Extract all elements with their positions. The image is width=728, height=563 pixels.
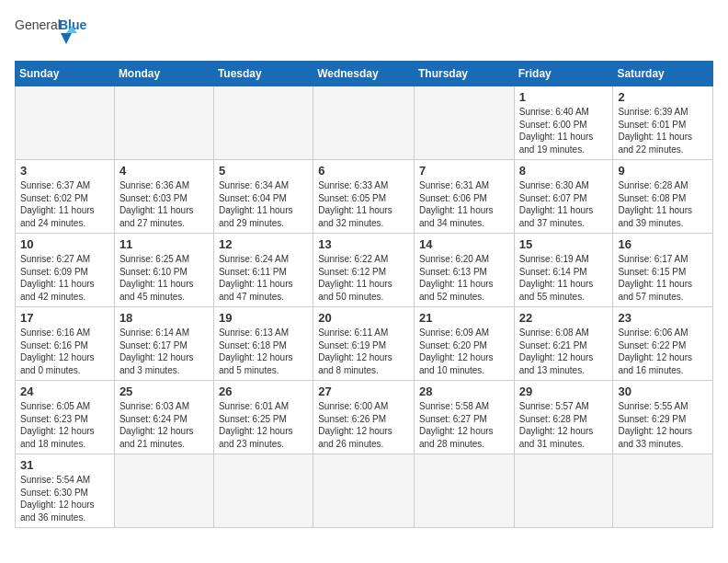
day-number: 28	[419, 385, 509, 398]
calendar-cell: 16Sunrise: 6:17 AM Sunset: 6:15 PM Dayli…	[613, 234, 713, 307]
calendar-cell: 26Sunrise: 6:01 AM Sunset: 6:25 PM Dayli…	[213, 381, 313, 454]
calendar-cell	[213, 86, 313, 160]
calendar-cell: 1Sunrise: 6:40 AM Sunset: 6:00 PM Daylig…	[514, 86, 613, 160]
calendar-cell: 17Sunrise: 6:16 AM Sunset: 6:16 PM Dayli…	[16, 307, 115, 381]
day-number: 29	[519, 385, 609, 398]
day-info: Sunrise: 6:19 AM Sunset: 6:14 PM Dayligh…	[519, 253, 609, 303]
day-info: Sunrise: 6:06 AM Sunset: 6:22 PM Dayligh…	[618, 327, 708, 376]
day-number: 12	[219, 237, 308, 251]
day-info: Sunrise: 6:34 AM Sunset: 6:04 PM Dayligh…	[219, 179, 308, 229]
calendar-week-row: 31Sunrise: 5:54 AM Sunset: 6:30 PM Dayli…	[16, 454, 713, 528]
weekday-header-wednesday: Wednesday	[313, 62, 415, 86]
day-info: Sunrise: 6:17 AM Sunset: 6:15 PM Dayligh…	[618, 253, 708, 303]
weekday-header-friday: Friday	[514, 62, 613, 86]
day-info: Sunrise: 6:09 AM Sunset: 6:20 PM Dayligh…	[419, 327, 509, 376]
day-info: Sunrise: 6:20 AM Sunset: 6:13 PM Dayligh…	[419, 253, 509, 303]
day-number: 24	[20, 385, 109, 398]
calendar-cell	[313, 454, 415, 528]
day-number: 11	[119, 237, 209, 251]
day-info: Sunrise: 6:05 AM Sunset: 6:23 PM Dayligh…	[20, 400, 109, 450]
calendar-cell: 11Sunrise: 6:25 AM Sunset: 6:10 PM Dayli…	[114, 234, 213, 307]
calendar-cell: 19Sunrise: 6:13 AM Sunset: 6:18 PM Dayli…	[213, 307, 313, 381]
day-number: 23	[618, 311, 708, 325]
day-info: Sunrise: 6:08 AM Sunset: 6:21 PM Dayligh…	[519, 327, 609, 376]
weekday-header-monday: Monday	[114, 62, 213, 86]
calendar-cell: 21Sunrise: 6:09 AM Sunset: 6:20 PM Dayli…	[414, 307, 514, 381]
day-number: 1	[519, 90, 609, 104]
calendar-cell: 22Sunrise: 6:08 AM Sunset: 6:21 PM Dayli…	[514, 307, 613, 381]
calendar-cell: 12Sunrise: 6:24 AM Sunset: 6:11 PM Dayli…	[213, 234, 313, 307]
day-number: 13	[318, 237, 409, 251]
day-info: Sunrise: 6:00 AM Sunset: 6:26 PM Dayligh…	[318, 400, 409, 450]
weekday-header-saturday: Saturday	[613, 62, 713, 86]
calendar-cell	[514, 454, 613, 528]
day-info: Sunrise: 5:55 AM Sunset: 6:29 PM Dayligh…	[618, 400, 708, 450]
calendar-cell: 7Sunrise: 6:31 AM Sunset: 6:06 PM Daylig…	[414, 160, 514, 234]
day-info: Sunrise: 6:11 AM Sunset: 6:19 PM Dayligh…	[318, 327, 409, 376]
day-number: 5	[219, 164, 308, 178]
day-number: 22	[519, 311, 609, 325]
day-number: 2	[618, 90, 708, 104]
calendar-cell	[414, 86, 514, 160]
day-number: 14	[419, 237, 509, 251]
calendar-cell: 28Sunrise: 5:58 AM Sunset: 6:27 PM Dayli…	[414, 381, 514, 454]
calendar-cell: 8Sunrise: 6:30 AM Sunset: 6:07 PM Daylig…	[514, 160, 613, 234]
calendar-cell: 6Sunrise: 6:33 AM Sunset: 6:05 PM Daylig…	[313, 160, 415, 234]
day-number: 19	[219, 311, 308, 325]
calendar-cell: 5Sunrise: 6:34 AM Sunset: 6:04 PM Daylig…	[213, 160, 313, 234]
day-info: Sunrise: 6:16 AM Sunset: 6:16 PM Dayligh…	[20, 327, 109, 376]
day-info: Sunrise: 6:33 AM Sunset: 6:05 PM Dayligh…	[318, 179, 409, 229]
day-info: Sunrise: 6:13 AM Sunset: 6:18 PM Dayligh…	[219, 327, 308, 376]
day-info: Sunrise: 6:36 AM Sunset: 6:03 PM Dayligh…	[119, 179, 209, 229]
calendar-cell	[114, 454, 213, 528]
day-info: Sunrise: 6:24 AM Sunset: 6:11 PM Dayligh…	[219, 253, 308, 303]
calendar-week-row: 17Sunrise: 6:16 AM Sunset: 6:16 PM Dayli…	[16, 307, 713, 381]
calendar-cell	[313, 86, 415, 160]
page-header: GeneralBlue	[15, 15, 713, 52]
weekday-header-tuesday: Tuesday	[213, 62, 313, 86]
day-info: Sunrise: 5:58 AM Sunset: 6:27 PM Dayligh…	[419, 400, 509, 450]
day-number: 3	[20, 164, 109, 178]
day-info: Sunrise: 6:14 AM Sunset: 6:17 PM Dayligh…	[119, 327, 209, 376]
calendar-cell: 4Sunrise: 6:36 AM Sunset: 6:03 PM Daylig…	[114, 160, 213, 234]
day-number: 21	[419, 311, 509, 325]
day-info: Sunrise: 6:39 AM Sunset: 6:01 PM Dayligh…	[618, 106, 708, 155]
day-info: Sunrise: 6:31 AM Sunset: 6:06 PM Dayligh…	[419, 179, 509, 229]
generalblue-logo: GeneralBlue	[15, 15, 97, 52]
day-number: 4	[119, 164, 209, 178]
day-number: 10	[20, 237, 109, 251]
day-number: 18	[119, 311, 209, 325]
calendar-week-row: 24Sunrise: 6:05 AM Sunset: 6:23 PM Dayli…	[16, 381, 713, 454]
svg-text:General: General	[15, 17, 61, 32]
calendar-cell: 13Sunrise: 6:22 AM Sunset: 6:12 PM Dayli…	[313, 234, 415, 307]
day-number: 16	[618, 237, 708, 251]
day-number: 7	[419, 164, 509, 178]
calendar-cell: 24Sunrise: 6:05 AM Sunset: 6:23 PM Dayli…	[16, 381, 115, 454]
calendar-table: SundayMondayTuesdayWednesdayThursdayFrid…	[15, 61, 713, 528]
calendar-week-row: 3Sunrise: 6:37 AM Sunset: 6:02 PM Daylig…	[16, 160, 713, 234]
calendar-cell: 2Sunrise: 6:39 AM Sunset: 6:01 PM Daylig…	[613, 86, 713, 160]
weekday-header-row: SundayMondayTuesdayWednesdayThursdayFrid…	[16, 62, 713, 86]
calendar-cell: 31Sunrise: 5:54 AM Sunset: 6:30 PM Dayli…	[16, 454, 115, 528]
calendar-cell	[613, 454, 713, 528]
day-info: Sunrise: 6:27 AM Sunset: 6:09 PM Dayligh…	[20, 253, 109, 303]
calendar-cell: 15Sunrise: 6:19 AM Sunset: 6:14 PM Dayli…	[514, 234, 613, 307]
day-number: 17	[20, 311, 109, 325]
day-number: 26	[219, 385, 308, 398]
calendar-cell: 9Sunrise: 6:28 AM Sunset: 6:08 PM Daylig…	[613, 160, 713, 234]
day-number: 30	[618, 385, 708, 398]
day-info: Sunrise: 5:54 AM Sunset: 6:30 PM Dayligh…	[20, 474, 109, 523]
calendar-cell: 10Sunrise: 6:27 AM Sunset: 6:09 PM Dayli…	[16, 234, 115, 307]
day-number: 8	[519, 164, 609, 178]
calendar-cell: 3Sunrise: 6:37 AM Sunset: 6:02 PM Daylig…	[16, 160, 115, 234]
day-number: 25	[119, 385, 209, 398]
calendar-cell: 23Sunrise: 6:06 AM Sunset: 6:22 PM Dayli…	[613, 307, 713, 381]
calendar-cell	[114, 86, 213, 160]
calendar-cell: 30Sunrise: 5:55 AM Sunset: 6:29 PM Dayli…	[613, 381, 713, 454]
weekday-header-sunday: Sunday	[16, 62, 115, 86]
day-info: Sunrise: 6:30 AM Sunset: 6:07 PM Dayligh…	[519, 179, 609, 229]
calendar-cell: 27Sunrise: 6:00 AM Sunset: 6:26 PM Dayli…	[313, 381, 415, 454]
calendar-cell	[414, 454, 514, 528]
calendar-week-row: 10Sunrise: 6:27 AM Sunset: 6:09 PM Dayli…	[16, 234, 713, 307]
weekday-header-thursday: Thursday	[414, 62, 514, 86]
